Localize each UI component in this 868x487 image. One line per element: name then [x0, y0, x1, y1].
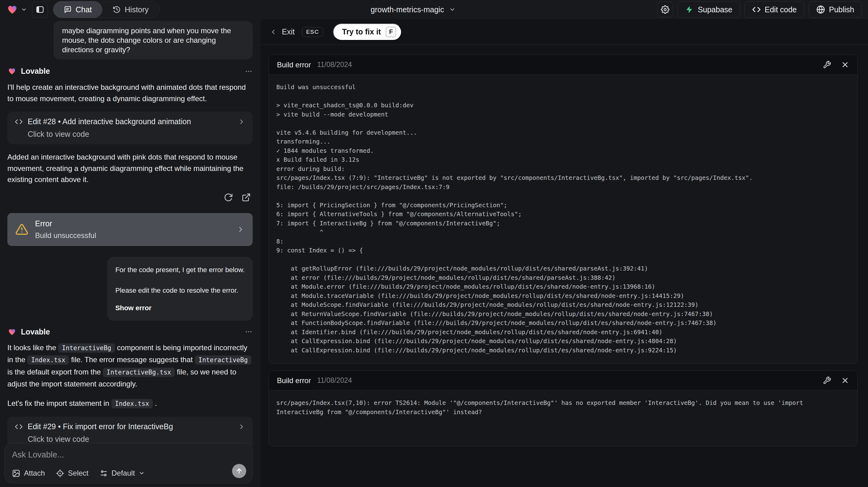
assistant-message-text: It looks like the InteractiveBg componen…	[7, 342, 253, 390]
fix-shortcut-key: F	[386, 27, 396, 37]
chevron-down-icon	[21, 6, 27, 12]
build-error-card-selected[interactable]: Error Build unsuccessful	[7, 213, 253, 246]
error-panel-body[interactable]: Build error 11/08/2024 Build was unsucce…	[260, 45, 868, 487]
chat-bubble-icon	[64, 5, 72, 13]
inline-code: InteractiveBg.tsx	[103, 368, 175, 377]
inline-code: InteractiveBg	[58, 343, 115, 353]
error-panel-header: Exit ESC Try to fix it F	[260, 19, 868, 45]
fix-wrench-button[interactable]	[823, 61, 831, 69]
fix-wrench-button[interactable]	[823, 376, 831, 385]
restore-icon[interactable]	[224, 193, 233, 202]
chat-message-list[interactable]: maybe diagramming points and when you mo…	[0, 19, 257, 487]
mode-label: Default	[112, 469, 135, 478]
inline-code: Index.tsx	[111, 399, 153, 408]
history-icon	[113, 5, 121, 13]
text-segment: is the default export from the	[7, 368, 103, 376]
build-error-log: Build was unsuccessful > vite_react_shad…	[269, 75, 857, 363]
tab-history[interactable]: History	[102, 1, 159, 18]
chevron-left-icon	[270, 28, 277, 36]
fix-label: Try to fix it	[342, 27, 381, 36]
build-error-card-2: Build error 11/08/2024 src/pages/Index.t…	[269, 370, 858, 447]
select-element-button[interactable]: Select	[56, 469, 89, 478]
text-segment: It looks like the	[7, 343, 58, 352]
code-icon	[15, 118, 23, 126]
attach-image-icon	[12, 469, 20, 478]
error-card-texts: Error Build unsuccessful	[35, 219, 96, 240]
edit-card-subtitle: Click to view code	[28, 435, 245, 444]
edit-card-title-row: Edit #28 • Add interactive background an…	[15, 117, 245, 126]
inline-code: InteractiveBg	[195, 356, 251, 365]
publish-label: Publish	[829, 5, 854, 14]
build-error-actions	[823, 61, 849, 69]
build-error-date: 11/08/2024	[317, 376, 352, 385]
inline-code: Index.tsx	[27, 356, 69, 365]
exit-button[interactable]: Exit	[270, 27, 295, 36]
try-to-fix-button[interactable]: Try to fix it F	[333, 23, 402, 40]
edit-card-title-row: Edit #29 • Fix import error for Interact…	[15, 422, 245, 431]
text-segment: .	[153, 399, 157, 407]
assistant-message-header: Lovable	[7, 67, 253, 75]
code-icon	[752, 5, 761, 14]
chevron-right-icon	[237, 225, 245, 233]
exit-label: Exit	[282, 27, 295, 36]
main-layout: maybe diagramming points and when you mo…	[0, 19, 868, 487]
settings-button[interactable]	[657, 2, 673, 18]
composer-input[interactable]: Ask Lovable...	[12, 450, 245, 460]
edit-card-28[interactable]: Edit #28 • Add interactive background an…	[7, 112, 253, 144]
project-name-menu[interactable]: growth-metrics-magic	[371, 5, 456, 14]
build-error-actions	[823, 376, 849, 385]
show-error-link[interactable]: Show error	[115, 303, 245, 313]
open-preview-icon[interactable]	[242, 193, 251, 202]
message-menu-button[interactable]	[245, 328, 253, 336]
warning-triangle-icon	[16, 223, 28, 236]
tab-chat[interactable]: Chat	[53, 1, 102, 18]
build-error-log: src/pages/Index.tsx(7,10): error TS2614:…	[269, 391, 828, 446]
edit-card-title: Edit #29 • Fix import error for Interact…	[28, 422, 173, 431]
panel-left-icon	[36, 5, 44, 14]
text-segment: Let's fix the import statement in	[7, 399, 111, 407]
chat-history-tab-group: Chat History	[53, 1, 159, 18]
toggle-sidebar-button[interactable]	[32, 2, 48, 18]
error-detail-panel: Exit ESC Try to fix it F Build error 11/…	[260, 19, 868, 487]
user-message: maybe diagramming points and when you mo…	[54, 21, 253, 59]
select-label: Select	[68, 469, 89, 478]
project-name: growth-metrics-magic	[371, 5, 444, 14]
edit-code-label: Edit code	[765, 5, 797, 14]
topbar-actions: Supabase Edit code Publish	[657, 1, 862, 18]
message-menu-button[interactable]	[245, 67, 253, 75]
globe-icon	[816, 5, 825, 14]
publish-button[interactable]: Publish	[809, 1, 862, 18]
lovable-heart-logo-icon	[6, 4, 19, 15]
chat-sidebar: maybe diagramming points and when you mo…	[0, 19, 257, 487]
chevron-right-icon	[238, 118, 245, 125]
gear-icon	[661, 5, 670, 14]
chevron-down-icon	[449, 6, 456, 13]
code-icon	[15, 423, 23, 431]
user-message-text: For the code present, I get the error be…	[115, 265, 245, 275]
attach-button[interactable]: Attach	[12, 469, 45, 478]
text-segment: file. The error message suggests that	[69, 356, 194, 364]
user-message: For the code present, I get the error be…	[107, 257, 253, 321]
sliders-icon	[100, 469, 108, 478]
edit-code-button[interactable]: Edit code	[744, 1, 804, 18]
send-button[interactable]	[232, 464, 246, 478]
tab-chat-label: Chat	[75, 5, 92, 14]
close-button[interactable]	[841, 61, 849, 69]
build-error-title: Build error	[277, 61, 311, 69]
assistant-message-header: Lovable	[7, 328, 253, 336]
close-button[interactable]	[841, 376, 849, 385]
supabase-button[interactable]: Supabase	[677, 1, 740, 18]
lovable-heart-icon	[7, 328, 17, 336]
user-message-text: Please edit the code to resolve the erro…	[115, 285, 245, 295]
lovable-logo-menu[interactable]	[6, 4, 27, 15]
target-icon	[56, 469, 64, 478]
build-error-card-header: Build error 11/08/2024	[269, 371, 857, 391]
mode-dropdown[interactable]: Default	[100, 469, 145, 478]
assistant-name: Lovable	[21, 328, 50, 336]
lovable-heart-icon	[7, 67, 17, 75]
edit-card-title: Edit #28 • Add interactive background an…	[28, 117, 191, 126]
build-error-card-header: Build error 11/08/2024	[269, 55, 857, 75]
attach-label: Attach	[24, 469, 45, 478]
build-error-card-1: Build error 11/08/2024 Build was unsucce…	[269, 55, 858, 364]
chat-composer[interactable]: Ask Lovable... Attach Select	[4, 443, 253, 483]
